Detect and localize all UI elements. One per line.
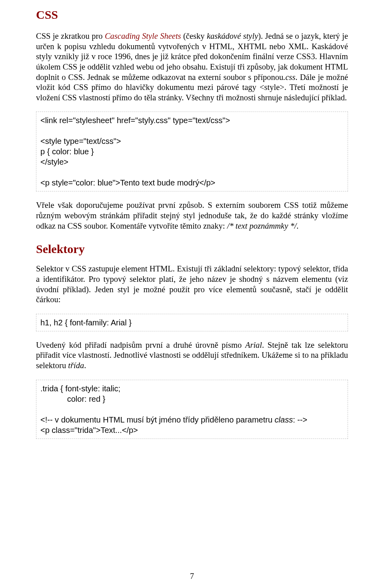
text: CSS je zkratkou pro	[36, 32, 105, 40]
code-block-css-methods: <link rel="stylesheet" href="styly.css" …	[36, 112, 348, 191]
term-kaskadove-styly: kaskádové styly	[207, 32, 258, 40]
code-line: color: red }	[40, 395, 105, 403]
term-trida: třída	[68, 361, 84, 370]
code-line: .trida { font-style: italic;	[40, 384, 120, 393]
page-number: 7	[0, 572, 384, 581]
heading-selektory: Selektory	[36, 242, 348, 256]
paragraph-arial: Uvedený kód přiřadí nadpisům první a dru…	[36, 340, 348, 371]
text: Uvedený kód přiřadí nadpisům první a dru…	[36, 341, 245, 349]
code-block-multi-selector: h1, h2 { font-family: Arial }	[36, 314, 348, 331]
term-class-param: class	[275, 415, 293, 424]
text: (česky	[181, 32, 207, 40]
paragraph-intro: CSS je zkratkou pro Cascading Style Shee…	[36, 31, 348, 103]
code-block-class-selector: .trida { font-style: italic; color: red …	[36, 380, 348, 439]
heading-css: CSS	[36, 8, 348, 22]
paragraph-recommendation: Vřele však doporučujeme používat první z…	[36, 200, 348, 231]
text: .	[296, 221, 298, 230]
code-line: : -->	[293, 415, 307, 424]
code-line: <!-- v dokumentu HTML musí být jméno tří…	[40, 415, 275, 424]
term-comment-syntax: /* text poznámmky */	[227, 221, 297, 230]
page: CSS CSS je zkratkou pro Cascading Style …	[0, 0, 384, 588]
paragraph-selectors: Selektor v CSS zastupuje element HTML. E…	[36, 264, 348, 305]
term-arial: Arial	[245, 341, 262, 349]
text: .	[84, 361, 86, 370]
code-line: <p class="trida">Text...</p>	[40, 426, 138, 435]
term-cascading-style-sheets: Cascading Style Sheets	[105, 32, 181, 40]
text: Vřele však doporučujeme používat první z…	[36, 201, 348, 230]
term-css-extension: .css	[283, 73, 295, 82]
